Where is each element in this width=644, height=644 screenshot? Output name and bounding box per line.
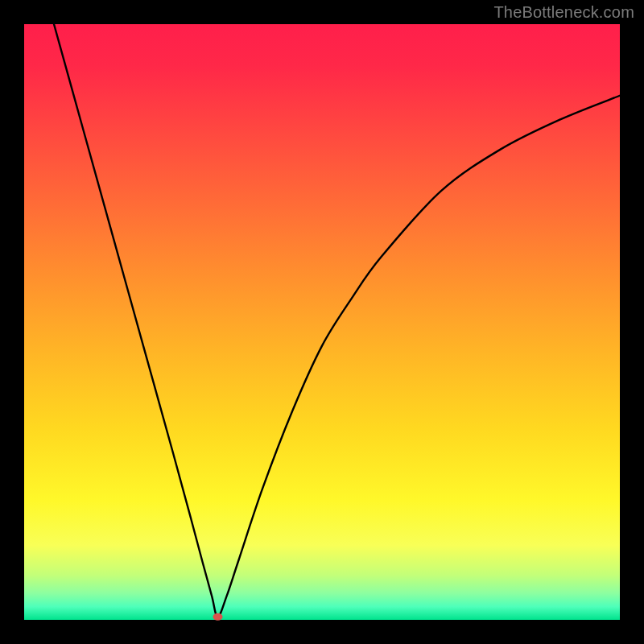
gradient-plot-area [24,24,620,620]
chart-container: TheBottleneck.com [0,0,644,644]
watermark-text: TheBottleneck.com [493,3,634,22]
bottleneck-chart [0,0,644,644]
optimal-point-marker [213,613,223,621]
